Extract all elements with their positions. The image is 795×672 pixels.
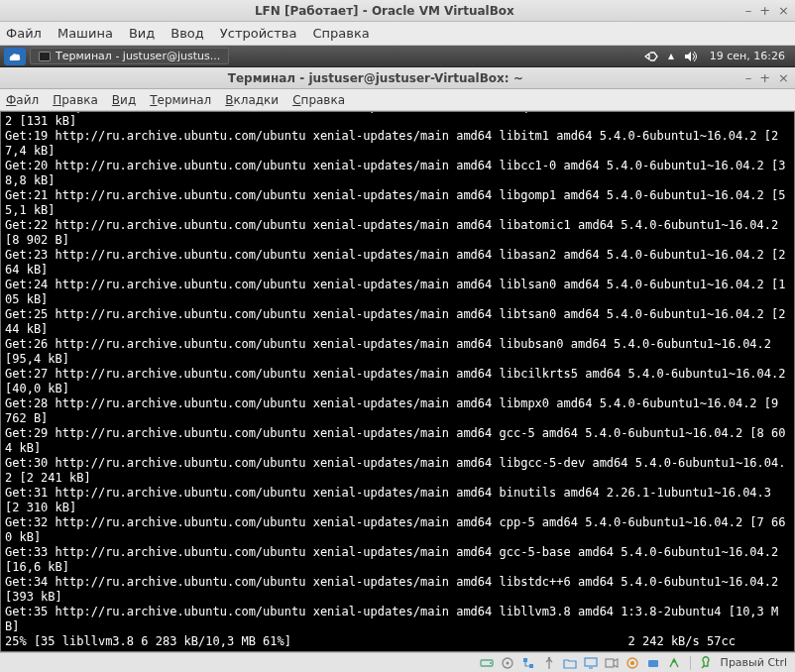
vbox-statusbar: Правый Ctrl [0, 652, 795, 672]
svg-point-1 [490, 662, 492, 664]
svg-point-10 [630, 661, 634, 665]
svg-rect-5 [529, 664, 533, 668]
svg-rect-4 [523, 658, 527, 662]
hdd-activity-icon[interactable] [480, 656, 494, 670]
terminal-titlebar: Терминал - justuser@justuser-VirtualBox:… [0, 67, 795, 89]
taskbar-item-terminal[interactable]: Терминал - justuser@justus... [30, 48, 229, 64]
terminal-output[interactable]: .2 [21,6 kB] Get:18 http://ru.archive.ub… [0, 111, 795, 652]
recording-icon[interactable] [646, 656, 660, 670]
vbox-menu-file[interactable]: Файл [6, 26, 42, 41]
vbox-menubar: Файл Машина Вид Ввод Устройства Справка [0, 22, 795, 46]
network-icon[interactable] [664, 50, 678, 63]
vbox-menu-help[interactable]: Справка [312, 26, 369, 41]
shared-folder-icon[interactable] [563, 656, 577, 670]
vbox-window-title: LFN [Работает] - Oracle VM VirtualBox [24, 4, 745, 18]
network-adapter-icon[interactable] [521, 656, 535, 670]
terminal-menu-view[interactable]: Вид [112, 93, 136, 107]
vbox-titlebar: LFN [Работает] - Oracle VM VirtualBox – … [0, 0, 795, 22]
host-key-icon[interactable] [700, 656, 714, 670]
optical-drive-icon[interactable] [501, 656, 514, 670]
vbox-menu-input[interactable]: Ввод [170, 26, 204, 41]
mouse-integration-icon[interactable] [667, 656, 681, 670]
terminal-menu-terminal[interactable]: Терминал [150, 93, 211, 107]
svg-rect-11 [648, 660, 658, 667]
vbox-minimize-icon[interactable]: – [745, 3, 752, 18]
terminal-menu-tabs[interactable]: Вкладки [225, 93, 279, 107]
terminal-window: Терминал - justuser@justuser-VirtualBox:… [0, 67, 795, 652]
video-capture-icon[interactable] [605, 656, 619, 670]
svg-point-12 [672, 659, 675, 662]
guest-panel: Терминал - justuser@justus... 19 сен, 16… [0, 46, 795, 67]
svg-rect-7 [585, 658, 597, 666]
terminal-menubar: Файл Правка Вид Терминал Вкладки Справка [0, 89, 795, 111]
terminal-minimize-icon[interactable]: – [745, 70, 752, 85]
xfce-menu-button[interactable] [4, 48, 26, 65]
vbox-close-icon[interactable]: × [778, 3, 789, 18]
host-key-label: Правый Ctrl [721, 656, 787, 669]
panel-clock[interactable]: 19 сен, 16:26 [704, 50, 791, 62]
svg-rect-8 [606, 659, 614, 667]
vbox-menu-view[interactable]: Вид [129, 26, 155, 41]
terminal-menu-edit[interactable]: Правка [53, 93, 98, 107]
terminal-menu-file[interactable]: Файл [6, 93, 39, 107]
svg-point-3 [506, 661, 509, 664]
volume-icon[interactable] [684, 50, 698, 63]
terminal-title: Терминал - justuser@justuser-VirtualBox:… [6, 71, 745, 85]
terminal-maximize-icon[interactable]: + [759, 70, 770, 85]
terminal-menu-help[interactable]: Справка [292, 93, 345, 107]
display-icon[interactable] [584, 656, 598, 670]
svg-point-6 [547, 656, 550, 659]
audio-icon[interactable] [625, 656, 639, 670]
terminal-close-icon[interactable]: × [778, 70, 789, 85]
vbox-menu-devices[interactable]: Устройства [220, 26, 297, 41]
audio-settings-icon[interactable] [644, 50, 658, 63]
vbox-maximize-icon[interactable]: + [759, 3, 770, 18]
taskbar-item-label: Терминал - justuser@justus... [56, 50, 220, 62]
terminal-icon [39, 52, 51, 61]
usb-icon[interactable] [542, 656, 556, 670]
vbox-menu-machine[interactable]: Машина [57, 26, 113, 41]
